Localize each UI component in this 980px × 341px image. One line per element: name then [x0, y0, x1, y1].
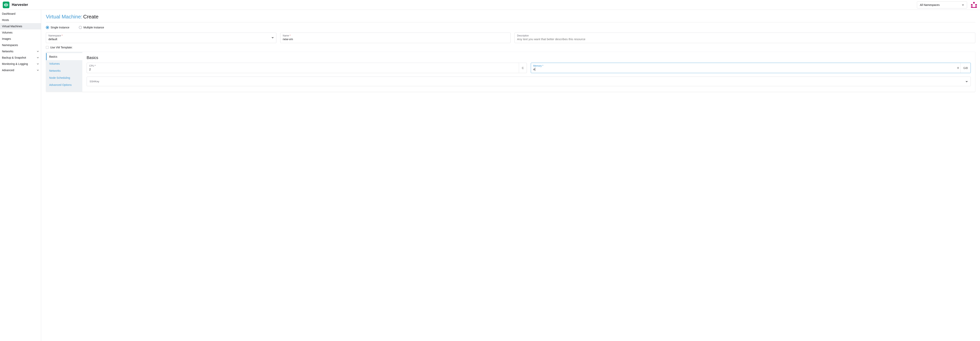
header-right: All Namespaces	[917, 2, 977, 8]
unit-label: GiB	[960, 63, 970, 73]
tab-networks[interactable]: Networks	[46, 67, 82, 74]
checkbox-label: Use VM Template:	[50, 46, 73, 49]
sidebar-item-label: Networks	[2, 50, 13, 53]
user-avatar[interactable]	[970, 2, 977, 8]
sidebar-item-hosts[interactable]: Hosts	[0, 17, 41, 23]
vm-config-tabs: Basics Volumes Networks Node Scheduling …	[46, 52, 975, 92]
sidebar-item-label: Advanced	[2, 69, 14, 72]
description-input[interactable]: Description	[514, 32, 975, 43]
svg-rect-4	[975, 4, 977, 6]
title-prefix: Virtual Machine:	[46, 14, 82, 19]
checkbox-icon	[46, 46, 49, 49]
field-label: CPU *	[89, 64, 517, 67]
sidebar-item-label: Dashboard	[2, 12, 16, 15]
sshkey-select[interactable]: SSHKey	[87, 76, 971, 86]
sidebar-item-namespaces[interactable]: Namespaces	[0, 42, 41, 48]
field-label: Memory *	[533, 64, 955, 67]
radio-single-instance[interactable]: Single Instance	[46, 26, 69, 29]
section-heading: Basics	[87, 56, 971, 60]
svg-rect-5	[973, 4, 975, 6]
sidebar-item-label: Images	[2, 37, 11, 40]
field-label: Description	[517, 34, 973, 37]
radio-label: Multiple Instance	[83, 26, 104, 29]
name-field[interactable]	[283, 37, 508, 41]
tab-volumes[interactable]: Volumes	[46, 60, 82, 67]
chevron-down-icon	[37, 63, 39, 65]
main: Virtual Machine: Create Single Instance …	[41, 10, 980, 341]
field-label: Namespace *	[48, 34, 274, 37]
chevron-down-icon	[37, 50, 39, 53]
chevron-down-icon	[37, 56, 39, 59]
sidebar-group-advanced[interactable]: Advanced	[0, 67, 41, 73]
sidebar-item-label: Backup & Snapshot	[2, 56, 26, 59]
spinner-down-icon[interactable]	[957, 68, 959, 69]
sidebar-item-label: Virtual Machines	[2, 25, 22, 28]
chevron-down-icon	[962, 4, 964, 6]
brand-logo-icon	[3, 2, 10, 8]
sidebar-item-label: Namespaces	[2, 43, 18, 47]
text-cursor	[535, 68, 535, 71]
chevron-down-icon	[272, 36, 274, 40]
field-value[interactable]: 4	[533, 68, 955, 71]
chevron-down-icon	[966, 80, 968, 83]
svg-rect-7	[972, 6, 975, 7]
tab-basics[interactable]: Basics	[46, 53, 82, 60]
chevron-down-icon	[37, 69, 39, 71]
radio-icon	[46, 26, 49, 29]
field-label: SSHKey	[89, 80, 99, 83]
header: Harvester All Namespaces	[0, 0, 980, 10]
tab-advanced-options[interactable]: Advanced Options	[46, 81, 82, 88]
svg-rect-2	[973, 2, 975, 3]
sidebar-item-volumes[interactable]: Volumes	[0, 29, 41, 36]
tab-node-scheduling[interactable]: Node Scheduling	[46, 74, 82, 81]
tab-body-basics: Basics CPU * 2 C Memory * 4	[82, 52, 975, 92]
unit-label: C	[519, 63, 527, 73]
tab-list: Basics Volumes Networks Node Scheduling …	[46, 52, 82, 92]
memory-input[interactable]: Memory * 4 GiB	[531, 63, 971, 73]
number-spinner[interactable]	[957, 63, 960, 73]
cpu-input[interactable]: CPU * 2 C	[87, 63, 527, 73]
namespace-selector-label: All Namespaces	[920, 3, 940, 6]
sidebar-group-backup-snapshot[interactable]: Backup & Snapshot	[0, 54, 41, 61]
namespace-select[interactable]: Namespace * default	[46, 32, 276, 43]
sidebar-item-label: Hosts	[2, 18, 9, 22]
name-input[interactable]: Name *	[280, 32, 511, 43]
title-action-text: Create	[83, 14, 99, 19]
brand-name: Harvester	[12, 3, 28, 7]
spinner-up-icon[interactable]	[957, 67, 959, 68]
namespace-selector[interactable]: All Namespaces	[917, 2, 967, 8]
radio-icon	[79, 26, 82, 29]
sidebar-item-images[interactable]: Images	[0, 36, 41, 42]
field-value[interactable]: 2	[89, 68, 517, 71]
sidebar-item-dashboard[interactable]: Dashboard	[0, 11, 41, 17]
field-value: default	[48, 37, 57, 41]
use-vm-template-checkbox[interactable]: Use VM Template:	[46, 46, 975, 49]
description-field[interactable]	[517, 37, 973, 41]
sidebar-group-monitoring-logging[interactable]: Monitoring & Logging	[0, 61, 41, 67]
radio-label: Single Instance	[51, 26, 69, 29]
sidebar-item-virtual-machines[interactable]: Virtual Machines	[0, 23, 41, 29]
field-label: Name *	[283, 34, 508, 37]
instance-mode-radios: Single Instance Multiple Instance	[46, 26, 975, 29]
page-title: Virtual Machine: Create	[46, 14, 975, 22]
svg-rect-3	[971, 4, 972, 6]
sidebar-item-label: Monitoring & Logging	[2, 62, 28, 65]
sidebar-group-networks[interactable]: Networks	[0, 48, 41, 54]
radio-multiple-instance[interactable]: Multiple Instance	[79, 26, 104, 29]
brand[interactable]: Harvester	[3, 2, 28, 8]
sidebar-item-label: Volumes	[2, 31, 13, 34]
sidebar: Dashboard Hosts Virtual Machines Volumes…	[0, 10, 41, 341]
